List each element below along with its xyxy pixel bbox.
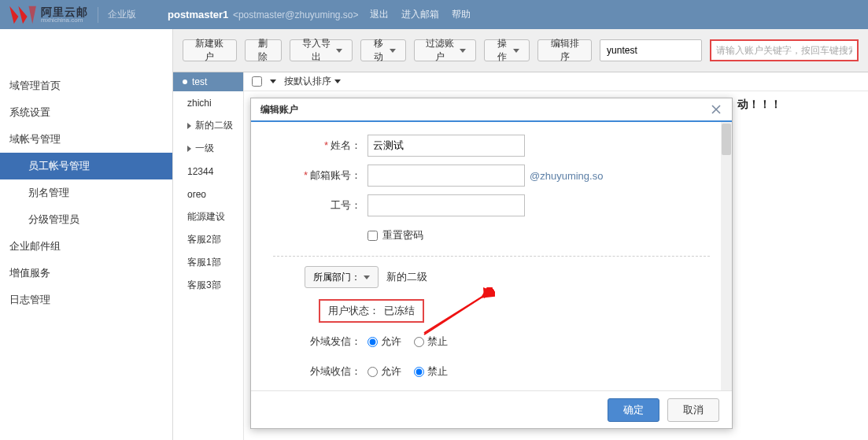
select-all-checkbox[interactable] xyxy=(252,76,262,87)
top-bar: 阿里云邮 mxhichina.com 企业版 postmaster1 <post… xyxy=(0,0,868,29)
modal-body: *姓名： *邮箱账号： @zhuyuming.so 工号： 重置密码 所属部门：… xyxy=(251,122,732,390)
divider xyxy=(98,7,98,23)
jobno-input[interactable] xyxy=(368,194,525,216)
department-value: 新的二级 xyxy=(386,270,427,284)
out-recv-allow-radio[interactable] xyxy=(368,367,378,377)
forbid-label: 禁止 xyxy=(427,335,448,349)
user-name: postmaster1 <postmaster@zhuyuming.so> xyxy=(168,9,359,20)
logo-subtext: mxhichina.com xyxy=(41,17,88,24)
out-send-forbid[interactable]: 禁止 xyxy=(414,335,448,349)
allow-label: 允许 xyxy=(381,364,401,379)
domain-suffix: @zhuyuming.so xyxy=(530,170,603,182)
tree-item-level1[interactable]: 一级 xyxy=(173,137,243,160)
nav-system-settings[interactable]: 系统设置 xyxy=(0,99,172,126)
search-small-input[interactable] xyxy=(600,39,702,61)
caret-right-icon xyxy=(187,123,191,129)
out-send-forbid-radio[interactable] xyxy=(414,337,424,347)
chevron-down-icon[interactable] xyxy=(270,79,276,83)
tree-header-label: test xyxy=(192,76,207,87)
modal-title: 编辑账户 xyxy=(260,103,298,116)
sort-dropdown[interactable]: 按默认排序 xyxy=(284,75,341,88)
operate-button[interactable]: 操作 xyxy=(484,39,530,61)
modal-header: 编辑账户 xyxy=(251,98,732,122)
cancel-button[interactable]: 取消 xyxy=(667,398,719,422)
enter-mail-link[interactable]: 进入邮箱 xyxy=(401,8,439,21)
scrollbar[interactable] xyxy=(721,122,732,390)
tree-item-oreo[interactable]: oreo xyxy=(173,183,243,205)
edition-label: 企业版 xyxy=(108,8,136,21)
tree-item-label: 一级 xyxy=(195,142,214,155)
tree-item-label: 新的二级 xyxy=(195,119,233,132)
user-status-box: 用户状态： 已冻结 xyxy=(319,299,424,323)
user-address: <postmaster@zhuyuming.so> xyxy=(233,9,359,20)
tree-item-cs1[interactable]: 客服1部 xyxy=(173,251,243,274)
reset-password-checkbox[interactable]: 重置密码 xyxy=(368,228,423,242)
scrollbar-thumb[interactable] xyxy=(722,124,731,155)
chevron-down-icon xyxy=(336,49,342,53)
operate-label: 操作 xyxy=(494,37,510,64)
nav-log[interactable]: 日志管理 xyxy=(0,287,172,313)
nav-domain-account[interactable]: 域帐号管理 xyxy=(0,126,172,153)
tree-item-cs3[interactable]: 客服3部 xyxy=(173,274,243,297)
close-icon[interactable] xyxy=(710,103,722,116)
dot-icon xyxy=(183,79,187,84)
logo-icon xyxy=(8,3,38,27)
tree-header[interactable]: test xyxy=(173,72,243,91)
email-input[interactable] xyxy=(368,165,525,187)
nav-graded-admin[interactable]: 分级管理员 xyxy=(0,206,172,233)
help-link[interactable]: 帮助 xyxy=(452,8,471,21)
new-account-button[interactable]: 新建账户 xyxy=(183,39,237,61)
out-recv-forbid-radio[interactable] xyxy=(414,367,424,377)
chevron-down-icon xyxy=(513,49,519,53)
name-label: 姓名： xyxy=(331,139,361,151)
reset-password-label: 重置密码 xyxy=(382,228,423,242)
move-label: 移动 xyxy=(371,37,386,64)
ok-button[interactable]: 确定 xyxy=(608,398,659,422)
delete-button[interactable]: 删除 xyxy=(245,39,282,61)
nav-value-added[interactable]: 增值服务 xyxy=(0,260,172,287)
divider xyxy=(273,256,710,257)
banner-text: 动！！！ xyxy=(737,98,781,112)
nav-alias[interactable]: 别名管理 xyxy=(0,179,172,206)
sort-label-text: 按默认排序 xyxy=(284,75,331,88)
nav-staff-account[interactable]: 员工帐号管理 xyxy=(0,153,172,179)
tree-column: test zhichi 新的二级 一级 12344 oreo 能源建设 客服2部… xyxy=(173,72,244,440)
dept-btn-label: 所属部门： xyxy=(313,271,360,284)
move-button[interactable]: 移动 xyxy=(360,39,406,61)
out-send-allow-radio[interactable] xyxy=(368,337,378,347)
status-value: 已冻结 xyxy=(384,304,415,318)
out-recv-forbid[interactable]: 禁止 xyxy=(414,364,448,379)
logo: 阿里云邮 mxhichina.com xyxy=(8,3,88,27)
chevron-down-icon xyxy=(460,49,466,53)
email-label: 邮箱账号： xyxy=(310,169,361,181)
chevron-down-icon xyxy=(390,49,396,53)
tree-item-12344[interactable]: 12344 xyxy=(173,160,243,183)
edit-sort-button[interactable]: 编辑排序 xyxy=(537,39,592,61)
jobno-label: 工号： xyxy=(331,199,361,211)
tree-item-energy[interactable]: 能源建设 xyxy=(173,205,243,228)
filter-button[interactable]: 过滤账户 xyxy=(414,39,476,61)
import-export-button[interactable]: 导入导出 xyxy=(290,39,352,61)
filter-label: 过滤账户 xyxy=(424,37,456,64)
nav-domain-home[interactable]: 域管理首页 xyxy=(0,72,172,99)
nav-mail-group[interactable]: 企业邮件组 xyxy=(0,233,172,260)
list-header: 按默认排序 xyxy=(244,72,868,91)
caret-right-icon xyxy=(187,146,191,152)
top-links: 退出 进入邮箱 帮助 xyxy=(370,8,471,21)
reset-password-input[interactable] xyxy=(368,231,378,241)
name-input[interactable] xyxy=(368,135,525,157)
search-main-input[interactable] xyxy=(710,39,859,61)
department-button[interactable]: 所属部门： xyxy=(305,266,379,288)
logo-text: 阿里云邮 xyxy=(41,6,88,17)
left-nav: 域管理首页 系统设置 域帐号管理 员工帐号管理 别名管理 分级管理员 企业邮件组… xyxy=(0,29,173,440)
out-recv-allow[interactable]: 允许 xyxy=(368,364,401,379)
out-send-allow[interactable]: 允许 xyxy=(368,335,401,349)
username-text: postmaster1 xyxy=(168,9,228,20)
out-recv-label: 外域收信： xyxy=(310,365,361,377)
tree-item-new2[interactable]: 新的二级 xyxy=(173,114,243,137)
status-label: 用户状态： xyxy=(328,304,379,318)
logout-link[interactable]: 退出 xyxy=(370,8,389,21)
tree-item-zhichi[interactable]: zhichi xyxy=(173,91,243,114)
chevron-down-icon xyxy=(364,275,370,279)
tree-item-cs2[interactable]: 客服2部 xyxy=(173,228,243,251)
